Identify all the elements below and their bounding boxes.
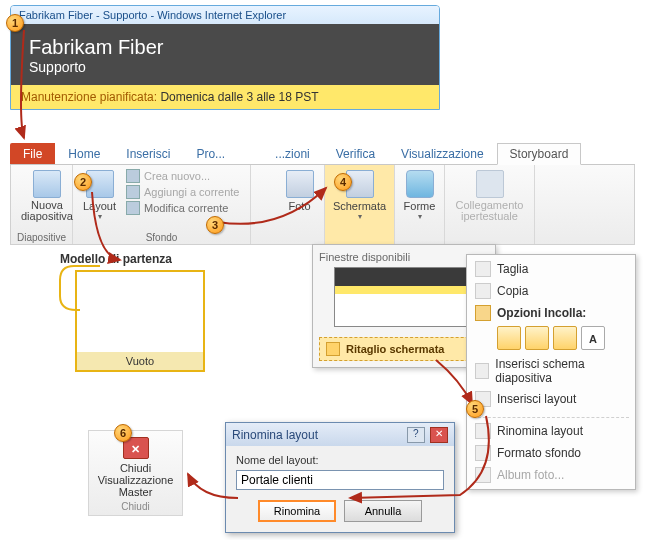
doc-icon <box>126 169 140 183</box>
group-forme: Forme ▾ <box>395 165 445 244</box>
context-menu: Taglia Copia Opzioni Incolla: A Inserisc… <box>466 254 636 490</box>
blank-template[interactable]: Vuoto <box>75 270 205 372</box>
callout-1: 1 <box>6 14 24 32</box>
ribbon-tabs: File Home Inserisci Pro... ...zioni Veri… <box>10 143 635 165</box>
dialog-titlebar: Rinomina layout ? ✕ <box>226 423 454 446</box>
hyperlink-icon <box>476 170 504 198</box>
foto-button[interactable]: Foto <box>281 168 318 214</box>
maintenance-label: Manutenzione pianificata: <box>21 90 157 104</box>
group-diapositive: Nuova diapositiva Diapositive <box>11 165 73 244</box>
close-group-label: Chiudi <box>93 501 178 512</box>
help-button[interactable]: ? <box>407 427 425 443</box>
chevron-down-icon: ▾ <box>98 212 102 221</box>
tab-verifica[interactable]: Verifica <box>323 143 388 164</box>
close-button[interactable]: ✕ <box>430 427 448 443</box>
group-sfondo: Layout ▾ Crea nuovo... Aggiungi a corren… <box>73 165 251 244</box>
tab-file[interactable]: File <box>10 143 55 164</box>
rename-layout-dialog: Rinomina layout ? ✕ Nome del layout: Rin… <box>225 422 455 533</box>
tab-zioni[interactable]: ...zioni <box>262 143 323 164</box>
hyperlink-button[interactable]: Collegamento ipertestuale <box>451 168 528 224</box>
dialog-title: Rinomina layout <box>232 428 318 442</box>
field-label: Nome del layout: <box>236 454 444 466</box>
copy-item[interactable]: Copia <box>469 280 633 302</box>
insert-master-item[interactable]: Inserisci schema diapositiva <box>469 354 633 388</box>
callout-6: 6 <box>114 424 132 442</box>
paste-option-2[interactable] <box>525 326 549 350</box>
layout-name-input[interactable] <box>236 470 444 490</box>
cut-item[interactable]: Taglia <box>469 258 633 280</box>
paste-options-row: A <box>469 324 633 354</box>
close-master-label: Chiudi Visualizzazione Master <box>93 462 178 498</box>
starter-model-heading: Modello di partenza <box>60 252 172 266</box>
blank-template-label: Vuoto <box>77 352 203 370</box>
callout-5: 5 <box>466 400 484 418</box>
modifica-button[interactable]: Modifica corrente <box>126 200 239 216</box>
copy-icon <box>475 283 491 299</box>
photo-album-item[interactable]: Album foto... <box>469 464 633 486</box>
scissors-icon <box>475 261 491 277</box>
close-master-view[interactable]: ✕ Chiudi Visualizzazione Master Chiudi <box>88 430 183 516</box>
layout-label: Layout <box>83 200 116 212</box>
rename-button[interactable]: Rinomina <box>258 500 336 522</box>
new-slide-label: Nuova diapositiva <box>21 200 73 222</box>
insert-layout-item[interactable]: Inserisci layout <box>469 388 633 410</box>
tab-inserisci[interactable]: Inserisci <box>113 143 183 164</box>
schermata-label: Schermata <box>333 200 386 212</box>
callout-4: 4 <box>334 173 352 191</box>
rename-icon <box>475 423 491 439</box>
window-thumbnail[interactable] <box>334 267 474 327</box>
foto-label: Foto <box>288 200 310 212</box>
chevron-down-icon: ▾ <box>358 212 362 221</box>
tab-storyboard[interactable]: Storyboard <box>497 143 582 165</box>
browser-window: Fabrikam Fiber - Supporto - Windows Inte… <box>10 5 440 110</box>
group-foto: Foto <box>275 165 325 244</box>
maintenance-value: Domenica dalle 3 alle 18 PST <box>160 90 318 104</box>
add-icon <box>126 185 140 199</box>
page-heading: Fabrikam Fiber <box>29 36 421 59</box>
available-windows-label: Finestre disponibili <box>319 251 489 263</box>
blank-template-body <box>77 272 203 352</box>
hyperlink-label: Collegamento ipertestuale <box>455 200 524 222</box>
aggiungi-button[interactable]: Aggiungi a corrente <box>126 184 239 200</box>
photo-icon <box>286 170 314 198</box>
clipboard-icon <box>475 305 491 321</box>
forme-label: Forme <box>404 200 436 212</box>
paste-option-text[interactable]: A <box>581 326 605 350</box>
callout-2: 2 <box>74 173 92 191</box>
ribbon-body: Nuova diapositiva Diapositive Layout ▾ C… <box>10 165 635 245</box>
rename-layout-item[interactable]: Rinomina layout <box>469 420 633 442</box>
maintenance-bar: Manutenzione pianificata: Domenica dalle… <box>11 85 439 109</box>
group-collegamento: Collegamento ipertestuale <box>445 165 535 244</box>
page-header: Fabrikam Fiber Supporto <box>11 24 439 85</box>
forme-button[interactable]: Forme ▾ <box>401 168 438 223</box>
group-label-diapositive: Diapositive <box>17 231 66 243</box>
ribbon: File Home Inserisci Pro... ...zioni Veri… <box>10 143 635 245</box>
tab-home[interactable]: Home <box>55 143 113 164</box>
crea-nuovo-button[interactable]: Crea nuovo... <box>126 168 239 184</box>
cancel-button[interactable]: Annulla <box>344 500 422 522</box>
paste-option-1[interactable] <box>497 326 521 350</box>
new-slide-icon <box>33 170 61 198</box>
page-subheading: Supporto <box>29 59 421 75</box>
new-slide-button[interactable]: Nuova diapositiva <box>17 168 77 224</box>
clipping-icon <box>326 342 340 356</box>
paste-option-3[interactable] <box>553 326 577 350</box>
paste-options-label: Opzioni Incolla: <box>469 302 633 324</box>
tab-visualizzazione[interactable]: Visualizzazione <box>388 143 497 164</box>
slide-master-icon <box>475 363 489 379</box>
tab-pro[interactable]: Pro... <box>183 143 238 164</box>
callout-3: 3 <box>206 216 224 234</box>
browser-titlebar: Fabrikam Fiber - Supporto - Windows Inte… <box>11 6 439 24</box>
format-bg-icon <box>475 445 491 461</box>
album-icon <box>475 467 491 483</box>
chevron-down-icon: ▾ <box>418 212 422 221</box>
screen-clipping-label: Ritaglio schermata <box>346 343 444 355</box>
edit-icon <box>126 201 140 215</box>
menu-separator <box>473 412 629 418</box>
shapes-icon <box>406 170 434 198</box>
screen-clipping-button[interactable]: Ritaglio schermata <box>319 337 489 361</box>
format-background-item[interactable]: Formato sfondo <box>469 442 633 464</box>
